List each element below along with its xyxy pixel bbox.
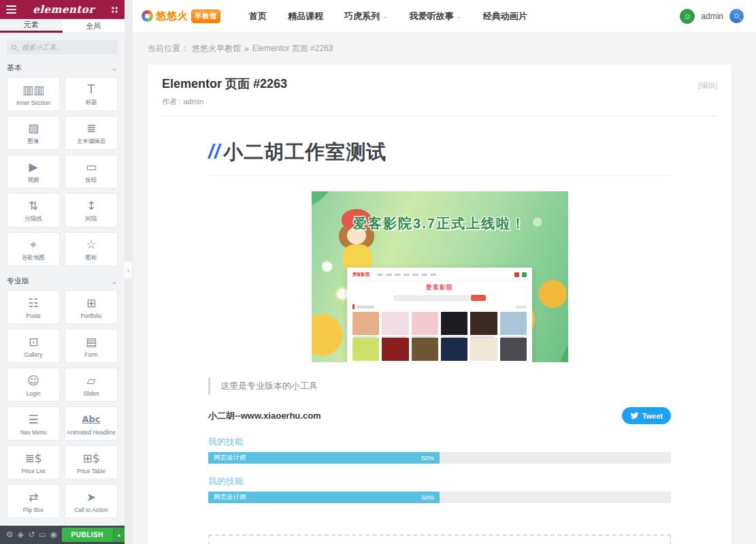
widget-animated-headline[interactable]: Abc Animated Headline [65,406,118,441]
progress-fill: 网页设计师 50% [208,452,440,464]
widget-video[interactable]: ▶ 视频 [7,155,60,189]
divider [162,116,717,116]
widget-label: Price List [22,468,46,475]
breadcrumb-separator: » [244,44,249,54]
tab-global[interactable]: 全局 [63,19,125,33]
widget-form[interactable]: ▤ Form [65,329,118,363]
widget-label: 视频 [28,176,39,185]
site-logo-text: 悠悠火 [156,10,188,22]
nav-item-qiaohu[interactable]: 巧虎系列 ⌄ [344,10,388,22]
widget-price-table[interactable]: ⊞$ Price Table [65,445,118,479]
panel-footer: ⚙ ◈ ↺ ▭ ◉ PUBLISH ▴ [0,526,125,544]
spacer-icon: ↕ [86,199,96,212]
flip-box-icon: ⇄ [29,490,38,504]
panel-tabs: 元素 全局 [0,19,125,33]
add-section-area: × 选择您的结构 [208,534,671,544]
elementor-panel: elementor 元素 全局 基本 ⌄ ▥▥ Inner Section T … [0,0,125,544]
nav-menu-icon: ☰ [28,413,38,426]
heading-icon: T [88,82,95,96]
skill-bar-1: 我的技能 网页设计师 50% [208,436,671,464]
divider-icon: ⇅ [29,199,38,212]
widget-nav-menu[interactable]: ☰ Nav Menu [7,406,60,441]
widget-label: Form [84,351,98,358]
nav-item-home[interactable]: 首页 [249,10,267,22]
breadcrumb-prefix: 当前位置： [148,43,188,54]
gallery-icon: ⊡ [29,335,38,349]
widget-label: Login [27,390,41,397]
tab-elements[interactable]: 元素 [0,19,63,33]
widget-posts[interactable]: ☷ Posts [7,290,60,324]
apps-grid-icon[interactable] [111,6,118,14]
section-pro-header[interactable]: 专业版 ⌄ [7,272,118,290]
site-search-button[interactable] [729,9,744,23]
byline-text: 小二胡--www.xiaoerhu.com [208,410,321,422]
navigator-icon[interactable]: ◈ [15,526,26,544]
breadcrumb-site-link[interactable]: 悠悠火早教馆 [192,43,241,54]
username[interactable]: admin [701,12,723,21]
site-nav: 首页 精品课程 巧虎系列 ⌄ 我爱听故事 ⌄ 经典动画片 [249,10,527,22]
widget-icon[interactable]: ☆ 图标 [65,232,118,266]
publish-button[interactable]: PUBLISH [62,528,113,542]
responsive-mode-icon[interactable]: ▭ [37,526,48,544]
widget-label: 按钮 [86,176,97,185]
publish-options-caret[interactable]: ▴ [113,528,125,542]
section-basic-header[interactable]: 基本 ⌄ [7,59,118,77]
widget-label: 分隔线 [24,215,42,223]
widget-inner-section[interactable]: ▥▥ Inner Section [7,77,60,111]
edit-link[interactable]: [编辑] [698,80,717,91]
widget-label: Call to Action [74,507,108,513]
menu-icon[interactable] [6,5,16,14]
basic-widget-grid: ▥▥ Inner Section T 标题 ▨ 图像 ≣ 文本编辑器 ▶ 视频 … [7,77,118,266]
topbar-right: ☺ admin [680,9,744,24]
widget-portfolio[interactable]: ⊞ Portfolio [65,290,118,324]
widget-label: Nav Menu [20,429,47,436]
widget-flip-box[interactable]: ⇄ Flip Box [7,484,60,518]
mini-site-logo: 爱客影院 [352,272,369,278]
section-pro-title: 专业版 [7,276,29,286]
settings-icon[interactable]: ⚙ [4,526,15,544]
nav-item-stories[interactable]: 我爱听故事 ⌄ [409,10,461,22]
widget-slides[interactable]: ▱ Slides [65,368,118,402]
widget-image[interactable]: ▨ 图像 [7,116,60,150]
widget-label: Slides [83,390,99,397]
image-icon: ▨ [28,121,39,135]
widget-label: Inner Section [16,99,50,106]
pro-widget-grid: ☷ Posts ⊞ Portfolio ⊡ Gallery ▤ Form ☺ L… [7,290,118,526]
widget-text-editor[interactable]: ≣ 文本编辑器 [65,116,118,150]
widget-price-list[interactable]: ≣$ Price List [7,445,60,479]
mini-site-button-green [522,272,527,277]
video-icon: ▶ [29,160,37,174]
nav-item-cartoons[interactable]: 经典动画片 [483,10,527,22]
panel-collapse-handle[interactable]: ‹ [125,261,133,279]
widget-gallery[interactable]: ⊡ Gallery [7,329,60,363]
breadcrumb-current: Elementor 页面 #2263 [252,43,333,54]
chevron-down-icon: ⌄ [382,12,388,20]
history-icon[interactable]: ↺ [26,526,37,544]
site-logo[interactable]: 悠悠火 早教馆 [142,10,220,23]
widget-heading[interactable]: T 标题 [65,77,118,111]
widget-call-to-action[interactable]: ➤ Call to Action [65,484,118,518]
chevron-down-icon: ⌄ [111,64,118,72]
progress-track: 网页设计师 50% [208,492,671,503]
twitter-bird-icon [630,411,639,420]
preview-eye-icon[interactable]: ◉ [48,526,59,544]
mini-site-search [352,295,527,301]
panel-body: 基本 ⌄ ▥▥ Inner Section T 标题 ▨ 图像 ≣ 文本编辑器 … [0,33,125,526]
user-avatar[interactable]: ☺ [680,9,695,24]
widget-search-box[interactable] [7,40,118,54]
widget-spacer[interactable]: ↕ 间隔 [65,193,118,227]
site-logo-badge: 早教馆 [191,10,220,23]
progress-track: 网页设计师 50% [208,452,671,464]
tweet-button[interactable]: Tweet [622,407,671,424]
widget-label: 图标 [86,254,97,262]
widget-label: Posts [26,313,40,319]
widget-label: Gallery [24,351,43,358]
widget-search-input[interactable] [20,43,102,52]
widget-login[interactable]: ☺ Login [7,368,60,402]
widget-google-maps[interactable]: ⌖ 谷歌地图 [7,232,60,266]
widget-button[interactable]: ▭ 按钮 [65,155,118,189]
nav-item-courses[interactable]: 精品课程 [288,10,323,22]
elementor-content: //小二胡工作室测试 爱客影院3.7正式上线啦！ 爱客影院 爱客影院 [208,139,671,544]
widget-divider[interactable]: ⇅ 分隔线 [7,193,60,227]
search-icon [734,14,739,18]
